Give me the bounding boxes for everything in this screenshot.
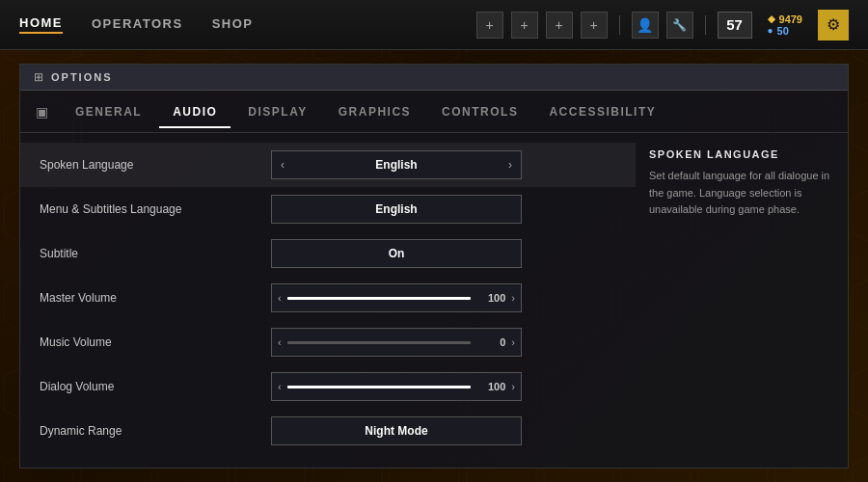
- dynamic-range-value: Night Mode: [293, 424, 500, 438]
- settings-content: Spoken Language ‹ English › Menu & Subti…: [20, 133, 848, 457]
- nav-home[interactable]: HOME: [19, 15, 63, 34]
- music-volume-value: 0: [476, 336, 505, 348]
- music-volume-right-arrow[interactable]: ›: [511, 336, 515, 348]
- gold-icon: ◆: [768, 13, 775, 24]
- setting-menu-language: Menu & Subtitles Language ‹ English ›: [20, 187, 636, 231]
- top-navigation: HOME OPERATORS SHOP + + + + 👤 🔧 57 ◆ 947…: [0, 0, 868, 50]
- options-title-label: OPTIONS: [51, 71, 113, 83]
- spoken-language-value: English: [293, 158, 500, 172]
- setting-dynamic-range: Dynamic Range ‹ Night Mode ›: [20, 409, 636, 453]
- tab-bar-icon: ▣: [36, 104, 48, 120]
- master-volume-value: 100: [476, 292, 505, 304]
- tab-accessibility[interactable]: ACCESSIBILITY: [535, 95, 669, 128]
- nav-divider-2: [705, 15, 706, 35]
- master-volume-control: ‹ 100 ›: [271, 283, 522, 312]
- spoken-language-control: ‹ English ›: [271, 150, 522, 179]
- info-panel: SPOKEN LANGUAGE Set default language for…: [636, 133, 848, 457]
- gold-currency: ◆ 9479: [768, 13, 802, 25]
- setting-voice-chat-volume: Voice Chat Volume ‹ 100 ›: [20, 453, 636, 457]
- master-volume-right-arrow[interactable]: ›: [511, 292, 515, 304]
- dialog-volume-right-arrow[interactable]: ›: [511, 381, 515, 392]
- blue-icon: ●: [768, 25, 773, 36]
- nav-plus-btn-1[interactable]: +: [476, 12, 503, 39]
- music-volume-slider[interactable]: ‹ 0 ›: [271, 328, 522, 357]
- dynamic-range-label: Dynamic Range: [40, 424, 271, 438]
- tab-general[interactable]: GENERAL: [62, 95, 155, 128]
- nav-links: HOME OPERATORS SHOP: [19, 15, 254, 34]
- setting-dialog-volume: Dialog Volume ‹ 100 ›: [20, 364, 636, 409]
- blue-currency: ● 50: [768, 25, 789, 37]
- dialog-volume-value: 100: [476, 381, 505, 392]
- master-volume-label: Master Volume: [40, 291, 271, 305]
- master-volume-track: [287, 297, 472, 300]
- nav-icons: + + + + 👤 🔧 57 ◆ 9479 ● 50 ⚙: [476, 10, 849, 40]
- level-badge: 57: [718, 12, 752, 39]
- subtitle-label: Subtitle: [40, 247, 271, 260]
- nav-profile-icon[interactable]: 👤: [632, 12, 659, 39]
- spoken-language-left-arrow[interactable]: ‹: [272, 151, 293, 178]
- music-volume-left-arrow[interactable]: ‹: [278, 336, 282, 348]
- music-volume-track: [287, 341, 472, 344]
- currency-display: ◆ 9479 ● 50: [768, 13, 802, 37]
- gold-amount: 9479: [779, 13, 802, 25]
- settings-list: Spoken Language ‹ English › Menu & Subti…: [20, 133, 636, 457]
- music-volume-label: Music Volume: [40, 335, 271, 349]
- options-icon: ⊞: [34, 70, 43, 84]
- dialog-volume-fill: [287, 386, 472, 388]
- info-panel-title: SPOKEN LANGUAGE: [649, 148, 834, 160]
- nav-plus-btn-2[interactable]: +: [511, 12, 538, 39]
- subtitle-value: On: [293, 247, 500, 260]
- menu-language-dropdown[interactable]: ‹ English ›: [271, 195, 522, 224]
- spoken-language-right-arrow[interactable]: ›: [500, 151, 521, 178]
- dialog-volume-track: [287, 386, 472, 388]
- blue-amount: 50: [777, 25, 789, 37]
- dynamic-range-dropdown[interactable]: ‹ Night Mode ›: [271, 416, 522, 445]
- tab-bar: ▣ GENERAL AUDIO DISPLAY GRAPHICS CONTROL…: [20, 91, 848, 133]
- setting-subtitle: Subtitle ‹ On ›: [20, 231, 636, 276]
- dialog-volume-slider[interactable]: ‹ 100 ›: [271, 372, 522, 401]
- music-volume-control: ‹ 0 ›: [271, 328, 522, 357]
- dialog-volume-control: ‹ 100 ›: [271, 372, 522, 401]
- master-volume-slider[interactable]: ‹ 100 ›: [271, 283, 522, 312]
- menu-language-value: English: [293, 202, 500, 216]
- spoken-language-label: Spoken Language: [40, 158, 271, 172]
- menu-language-control: ‹ English ›: [271, 195, 522, 224]
- tab-display[interactable]: DISPLAY: [234, 95, 320, 128]
- nav-weapon-icon[interactable]: 🔧: [666, 12, 693, 39]
- dialog-volume-left-arrow[interactable]: ‹: [278, 381, 282, 392]
- menu-language-label: Menu & Subtitles Language: [40, 202, 271, 216]
- tab-graphics[interactable]: GRAPHICS: [325, 95, 424, 128]
- spoken-language-dropdown[interactable]: ‹ English ›: [271, 150, 522, 179]
- nav-operators[interactable]: OPERATORS: [92, 16, 183, 33]
- settings-gear-button[interactable]: ⚙: [818, 10, 849, 40]
- subtitle-dropdown[interactable]: ‹ On ›: [271, 239, 522, 268]
- master-volume-left-arrow[interactable]: ‹: [278, 292, 282, 304]
- tab-controls[interactable]: CONTROLS: [428, 95, 531, 128]
- options-panel: ⊞ OPTIONS ▣ GENERAL AUDIO DISPLAY GRAPHI…: [19, 64, 849, 469]
- dynamic-range-control: ‹ Night Mode ›: [271, 416, 522, 445]
- nav-plus-btn-4[interactable]: +: [581, 12, 608, 39]
- main-area: ⊞ OPTIONS ▣ GENERAL AUDIO DISPLAY GRAPHI…: [0, 50, 868, 482]
- master-volume-fill: [287, 297, 472, 300]
- setting-spoken-language: Spoken Language ‹ English ›: [20, 143, 636, 187]
- info-panel-description: Set default language for all dialogue in…: [649, 168, 834, 219]
- tab-audio[interactable]: AUDIO: [159, 95, 231, 128]
- nav-plus-btn-3[interactable]: +: [546, 12, 573, 39]
- dialog-volume-label: Dialog Volume: [40, 380, 271, 393]
- subtitle-control: ‹ On ›: [271, 239, 522, 268]
- nav-divider-1: [619, 15, 620, 35]
- setting-music-volume: Music Volume ‹ 0 ›: [20, 320, 636, 364]
- nav-shop[interactable]: SHOP: [212, 16, 254, 33]
- setting-master-volume: Master Volume ‹ 100 ›: [20, 276, 636, 320]
- options-header: ⊞ OPTIONS: [20, 65, 848, 91]
